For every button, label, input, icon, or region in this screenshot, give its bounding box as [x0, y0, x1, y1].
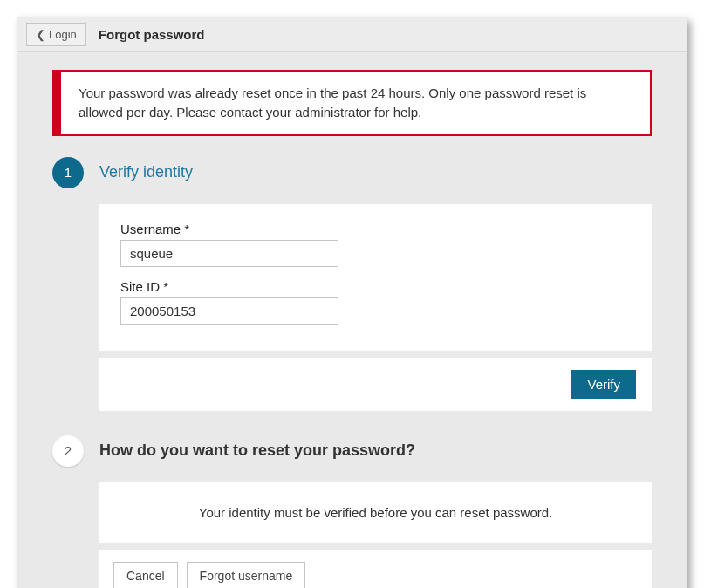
step2-title: How do you want to reset your password? [99, 441, 415, 460]
verify-required-notice: Your identity must be verified before yo… [99, 482, 652, 543]
step2-number-badge: 2 [52, 435, 84, 467]
content-area: Your password was already reset once in … [17, 52, 687, 588]
error-alert: Your password was already reset once in … [52, 70, 652, 136]
step2-header: 2 How do you want to reset your password… [52, 435, 652, 467]
topbar: ❮ Login Forgot password [17, 17, 687, 52]
username-label: Username * [120, 222, 631, 236]
cancel-button[interactable]: Cancel [113, 562, 178, 589]
verify-button-row: Verify [99, 358, 652, 411]
forgot-username-button[interactable]: Forgot username [187, 562, 306, 589]
username-input[interactable] [120, 240, 338, 267]
step1-header: 1 Verify identity [52, 157, 652, 188]
login-back-button[interactable]: ❮ Login [26, 23, 86, 46]
verify-button[interactable]: Verify [571, 370, 636, 399]
step1-title: Verify identity [99, 163, 193, 181]
siteid-label: Site ID * [120, 279, 631, 294]
verify-identity-panel: Username * Site ID * [99, 204, 652, 351]
siteid-input[interactable] [120, 297, 338, 325]
login-button-label: Login [49, 28, 77, 41]
step1-number-badge: 1 [52, 157, 84, 188]
error-alert-text: Your password was already reset once in … [79, 85, 586, 120]
forgot-password-dialog: ❮ Login Forgot password Your password wa… [17, 17, 687, 588]
page-title: Forgot password [99, 27, 205, 42]
step2-actions: Cancel Forgot username [99, 550, 652, 589]
chevron-left-icon: ❮ [36, 29, 45, 40]
